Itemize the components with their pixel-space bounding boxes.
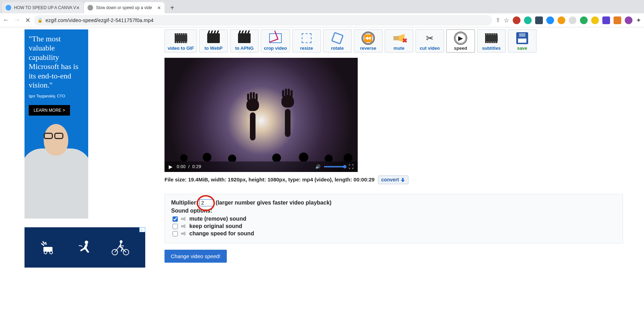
change-speed-button[interactable]: Change video speed! — [164, 250, 227, 263]
back-icon[interactable]: ← — [3, 16, 9, 24]
ext-icon[interactable] — [569, 16, 576, 24]
tool-to-webp[interactable]: to WebP — [199, 29, 228, 53]
main-content: video to GIF to WebP to APNG crop video … — [164, 29, 623, 268]
browser-toolbar: ← → ✕ 🔒 ezgif.com/video-speed/ezgif-2-54… — [0, 13, 644, 27]
change-checkbox[interactable] — [173, 231, 178, 236]
tool-video-to-gif[interactable]: video to GIF — [164, 29, 197, 53]
convert-button[interactable]: convert — [378, 175, 408, 184]
new-tab-button[interactable]: + — [167, 3, 177, 13]
star-icon[interactable]: ☆ — [504, 16, 509, 24]
tab-canva[interactable]: HOW TO SPEED UP A CANVA V ✕ — [2, 2, 83, 13]
extensions-icon[interactable]: ✦ — [636, 16, 641, 24]
download-icon — [400, 178, 405, 183]
tool-subtitles[interactable]: subtitles — [477, 29, 506, 53]
slip-icon — [74, 237, 95, 258]
scissors-icon: ✂ — [421, 31, 439, 45]
hand-silhouette-icon — [245, 98, 260, 140]
page: "The most valuable capability Microsoft … — [0, 27, 644, 282]
ext-icon[interactable] — [625, 16, 632, 24]
video-frame — [164, 58, 358, 172]
speaker-icon — [181, 224, 187, 228]
ad-label-icon: ▷ — [139, 227, 145, 232]
speaker-muted-icon — [181, 217, 187, 221]
ext-icon[interactable] — [591, 16, 599, 24]
tool-strip: video to GIF to WebP to APNG crop video … — [164, 29, 623, 53]
ad-person-icon — [24, 113, 88, 219]
keep-checkbox[interactable] — [173, 224, 178, 229]
tool-reverse[interactable]: ⏪reverse — [354, 29, 383, 53]
favicon-icon — [6, 5, 11, 11]
address-bar[interactable]: 🔒 ezgif.com/video-speed/ezgif-2-5411757f… — [34, 15, 492, 26]
multiplier-input[interactable] — [200, 199, 214, 206]
ad-banner[interactable]: ▷ — [24, 227, 145, 268]
tool-rotate[interactable]: rotate — [323, 29, 352, 53]
favicon-icon — [88, 5, 93, 11]
tool-cut[interactable]: ✂cut video — [415, 29, 444, 53]
svg-point-2 — [50, 251, 52, 254]
ext-icon[interactable] — [513, 16, 520, 24]
stop-icon[interactable]: ✕ — [25, 16, 30, 24]
forward-icon[interactable]: → — [14, 16, 20, 24]
bike-icon — [110, 237, 131, 258]
video-metadata: File size: 19.4MiB, width: 1920px, heigh… — [164, 175, 623, 184]
speed-form: Multiplier: (larger number gives faster … — [164, 194, 623, 243]
ext-icon[interactable] — [580, 16, 588, 24]
ext-icon[interactable] — [546, 16, 554, 24]
tool-mute[interactable]: mute — [385, 29, 413, 53]
tab-title: HOW TO SPEED UP A CANVA V — [14, 5, 76, 10]
svg-point-3 — [85, 241, 88, 244]
volume-slider[interactable] — [324, 166, 345, 167]
ext-icon[interactable] — [535, 16, 543, 24]
ad-attrib: Igor Tsyganskiy, CTO — [29, 94, 84, 98]
opt-mute[interactable]: mute (remove) sound — [171, 215, 616, 223]
video-player[interactable]: ▶ 0:00 / 0:29 🔊 ⛶ — [164, 58, 358, 172]
ext-icon[interactable] — [602, 16, 610, 24]
tab-title: Slow down or speed up a vide — [96, 5, 152, 10]
share-icon[interactable]: ⇧ — [496, 17, 500, 23]
sidebar: "The most valuable capability Microsoft … — [24, 29, 144, 268]
speaker-icon — [181, 231, 187, 236]
opt-change[interactable]: change speed for sound — [171, 230, 616, 237]
volume-icon[interactable]: 🔊 — [315, 164, 321, 169]
play-icon[interactable]: ▶ — [169, 164, 173, 170]
tool-to-apng[interactable]: to APNG — [230, 29, 259, 53]
tab-ezgif[interactable]: Slow down or speed up a vide ✕ — [84, 2, 164, 13]
tool-resize[interactable]: resize — [292, 29, 321, 53]
tool-crop[interactable]: crop video — [261, 29, 290, 53]
ext-icon[interactable] — [614, 16, 621, 24]
lock-icon: 🔒 — [37, 18, 43, 23]
video-time: 0:00 / 0:29 — [177, 164, 201, 169]
multiplier-hint: (larger number gives faster video playba… — [216, 200, 331, 206]
floppy-icon — [516, 32, 528, 44]
omnibox-icons: ⇧ ☆ ✦ — [496, 16, 641, 24]
svg-point-1 — [44, 251, 47, 254]
tool-save[interactable]: save — [508, 29, 537, 53]
hand-silhouette-icon — [280, 95, 295, 137]
video-controls: ▶ 0:00 / 0:29 🔊 ⛶ — [164, 161, 358, 172]
close-icon[interactable]: ✕ — [157, 5, 161, 11]
sound-options-heading: Sound options: — [171, 208, 212, 214]
ad-skyscraper[interactable]: "The most valuable capability Microsoft … — [24, 29, 88, 219]
svg-point-6 — [120, 240, 122, 243]
ext-icon[interactable] — [558, 16, 565, 24]
crash-icon — [39, 237, 60, 258]
fullscreen-icon[interactable]: ⛶ — [349, 164, 354, 170]
url-text: ezgif.com/video-speed/ezgif-2-5411757f0a… — [46, 18, 154, 23]
browser-chrome: HOW TO SPEED UP A CANVA V ✕ Slow down or… — [0, 0, 644, 27]
multiplier-label: Multiplier: — [171, 200, 198, 206]
mute-checkbox[interactable] — [173, 216, 178, 222]
ad-quote: "The most valuable capability Microsoft … — [29, 34, 84, 90]
opt-keep[interactable]: keep original sound — [171, 223, 616, 230]
ext-icon[interactable] — [524, 16, 532, 24]
tool-speed[interactable]: ▶speed — [446, 29, 475, 53]
close-icon[interactable]: ✕ — [76, 5, 80, 11]
tab-strip: HOW TO SPEED UP A CANVA V ✕ Slow down or… — [0, 0, 644, 13]
